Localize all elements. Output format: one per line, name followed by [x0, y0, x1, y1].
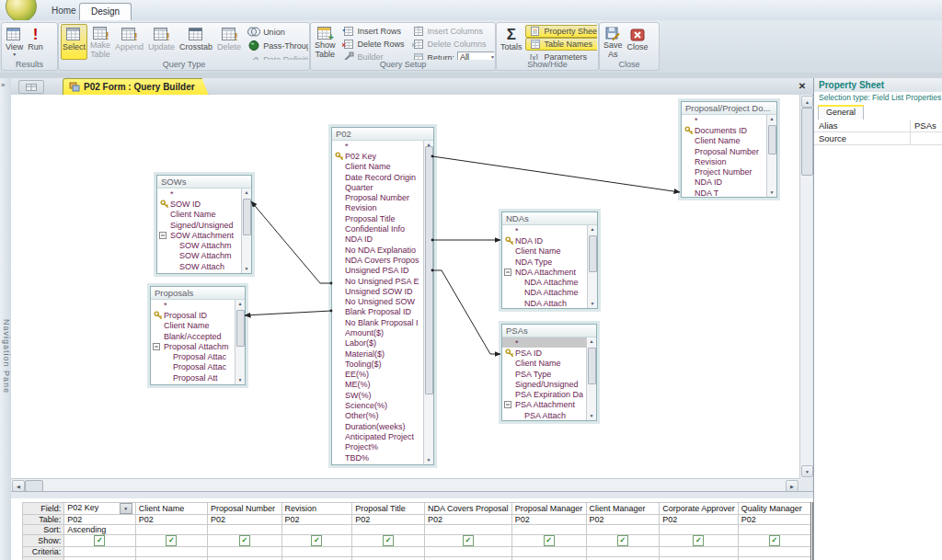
- nav-expand-icon[interactable]: »: [1, 81, 5, 89]
- close-document-icon[interactable]: ✕: [797, 80, 808, 92]
- field-row-amount[interactable]: Amount($): [332, 327, 433, 337]
- grid-cell-criteria-9[interactable]: [738, 547, 811, 557]
- field-row-proposal-number[interactable]: Proposal Number: [682, 146, 776, 156]
- union-button[interactable]: Union: [244, 25, 308, 39]
- save-as-button[interactable]: SaveAs: [602, 24, 625, 60]
- show-checkbox[interactable]: ✓: [693, 535, 704, 546]
- delete-button[interactable]: !Delete: [215, 24, 243, 60]
- scroll-thumb[interactable]: [425, 146, 433, 394]
- grid-cell-sort-9[interactable]: [738, 525, 811, 535]
- join-line-proposal-project-do[interactable]: [432, 156, 680, 192]
- grid-cell-show-4[interactable]: ✓: [352, 535, 425, 547]
- field-row-no-nda-explanatio[interactable]: No NDA Explanatio: [332, 245, 433, 255]
- property-sheet-button[interactable]: Property Sheet: [525, 25, 597, 38]
- return-combo[interactable]: All▼: [457, 51, 494, 60]
- grid-cell-or-9[interactable]: [738, 557, 811, 560]
- field-row-blank-proposal-id[interactable]: Blank Proposal ID: [332, 307, 433, 317]
- field-combo-arrow-icon[interactable]: ▼: [120, 503, 132, 514]
- scroll-down-icon[interactable]: ▼: [236, 376, 245, 384]
- scroll-thumb[interactable]: [588, 348, 596, 384]
- join-line-proposals[interactable]: [245, 311, 331, 315]
- grid-cell-or-8[interactable]: [660, 557, 739, 560]
- grid-cell-sort-8[interactable]: [660, 525, 739, 535]
- grid-cell-table-3[interactable]: P02: [281, 515, 352, 525]
- grid-cell-sort-7[interactable]: [586, 525, 660, 535]
- grid-cell-sort-0[interactable]: Ascending: [64, 525, 136, 535]
- field-list-scrollbar[interactable]: ▲ ▼: [586, 337, 596, 420]
- ribbon-tab-design[interactable]: Design: [79, 3, 132, 20]
- field-row-nda-id[interactable]: NDA ID: [332, 234, 433, 245]
- field-row-confidential-info[interactable]: Confidential Info: [332, 223, 433, 234]
- make-table-button[interactable]: !MakeTable: [88, 24, 112, 60]
- field-row-revision[interactable]: Revision: [332, 203, 433, 213]
- field-list-title[interactable]: Proposals: [151, 287, 245, 300]
- field-row-star[interactable]: *: [332, 141, 433, 151]
- grid-cell-table-1[interactable]: P02: [135, 515, 207, 525]
- grid-cell-or-5[interactable]: [425, 557, 512, 560]
- delete-rows-button[interactable]: ×Delete Rows: [339, 38, 408, 51]
- grid-cell-criteria-5[interactable]: [425, 547, 512, 557]
- grid-cell-table-5[interactable]: P02: [425, 515, 512, 525]
- field-row-no-blank-proposal-i[interactable]: No Blank Proposal I: [332, 317, 433, 327]
- field-row-nda-covers-propos[interactable]: NDA Covers Propos: [332, 255, 433, 265]
- field-list-scrollbar[interactable]: ▲ ▼: [766, 115, 776, 197]
- field-row-client-name[interactable]: Client Name: [151, 321, 245, 331]
- grid-cell-criteria-4[interactable]: [352, 547, 425, 557]
- field-row-proposal-attachm[interactable]: Proposal Attachm: [151, 341, 245, 351]
- view-button[interactable]: View▼: [4, 24, 25, 60]
- field-list-title[interactable]: NDAs: [502, 212, 597, 225]
- scroll-thumb[interactable]: [768, 125, 776, 154]
- insert-rows-button[interactable]: Insert Rows: [339, 25, 408, 38]
- grid-cell-table-9[interactable]: P02: [738, 515, 811, 525]
- grid-cell-or-0[interactable]: [64, 557, 136, 560]
- scroll-up-icon[interactable]: ▲: [587, 337, 596, 346]
- field-row-no-unsigned-psa-e[interactable]: No Unsigned PSA E: [332, 276, 433, 286]
- grid-cell-sort-2[interactable]: [207, 525, 281, 535]
- show-checkbox[interactable]: ✓: [239, 535, 250, 546]
- grid-cell-table-7[interactable]: P02: [586, 515, 660, 525]
- tab-general[interactable]: General: [818, 105, 864, 120]
- field-list-title[interactable]: SOWs: [157, 176, 251, 189]
- totals-button[interactable]: ΣTotals: [499, 24, 524, 60]
- grid-cell-field-0[interactable]: ▼P02 Key: [64, 503, 136, 515]
- grid-cell-table-0[interactable]: P02: [64, 515, 136, 525]
- run-button[interactable]: !Run: [26, 24, 45, 60]
- field-row-client-name[interactable]: Client Name: [332, 162, 433, 172]
- field-row-client-name[interactable]: Client Name: [502, 359, 596, 369]
- grid-cell-show-9[interactable]: ✓: [738, 535, 811, 547]
- scroll-down-icon[interactable]: ▼: [801, 465, 813, 477]
- grid-cell-field-7[interactable]: Client Manager: [586, 503, 660, 515]
- scroll-thumb[interactable]: [589, 235, 597, 272]
- field-row-nda-id[interactable]: NDA ID: [502, 235, 597, 246]
- grid-cell-show-2[interactable]: ✓: [207, 535, 281, 547]
- field-row-nda-attachment[interactable]: NDA Attachment: [502, 267, 597, 277]
- field-row-proposal-title[interactable]: Proposal Title: [332, 213, 433, 223]
- object-icon-button[interactable]: [18, 80, 44, 94]
- show-checkbox[interactable]: ✓: [544, 535, 555, 546]
- grid-cell-field-1[interactable]: Client Name: [135, 503, 207, 515]
- field-row-nda-attachme[interactable]: NDA Attachme: [502, 277, 597, 287]
- field-row-proposal-id[interactable]: Proposal ID: [151, 310, 245, 320]
- field-row-signed-unsigned[interactable]: Signed/Unsigned: [502, 379, 596, 389]
- field-row-proposal-attac[interactable]: Proposal Attac: [151, 362, 245, 372]
- field-row-proposal-attac[interactable]: Proposal Attac: [151, 351, 245, 361]
- grid-cell-or-4[interactable]: [352, 557, 425, 560]
- field-row-no-unsigned-sow[interactable]: No Unsigned SOW: [332, 296, 433, 306]
- office-button-icon[interactable]: [6, 0, 37, 22]
- grid-cell-field-6[interactable]: Proposal Manager: [511, 503, 586, 515]
- field-row-project-number[interactable]: Project Number: [682, 166, 776, 177]
- scroll-up-icon[interactable]: ▲: [242, 189, 251, 197]
- show-checkbox[interactable]: ✓: [769, 535, 780, 546]
- diagram-vertical-scrollbar[interactable]: ▲ ▼: [799, 95, 812, 478]
- grid-cell-criteria-1[interactable]: [135, 547, 207, 557]
- field-row-anticipated-project[interactable]: Anticipated Project: [332, 431, 433, 441]
- scroll-down-icon[interactable]: ▼: [424, 456, 433, 464]
- show-checkbox[interactable]: ✓: [383, 535, 394, 546]
- field-row-blank-accepted[interactable]: Blank/Accepted: [151, 331, 245, 341]
- field-row-revision[interactable]: Revision: [682, 156, 776, 166]
- pass-through-button[interactable]: Pass-Through: [244, 39, 308, 52]
- field-row-sow-attach[interactable]: SOW Attach: [157, 261, 251, 271]
- field-row-nda-attachme[interactable]: NDA Attachme: [502, 288, 597, 298]
- grid-cell-or-1[interactable]: [135, 557, 207, 560]
- grid-cell-sort-1[interactable]: [135, 525, 207, 535]
